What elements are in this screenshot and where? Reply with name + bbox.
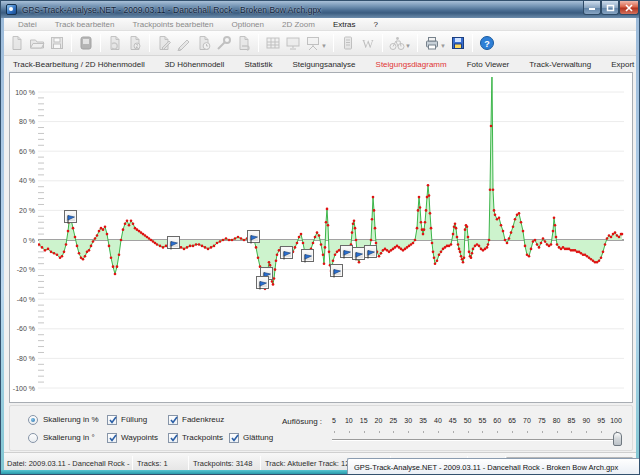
trackpoint-dot[interactable]	[488, 239, 491, 242]
trackpoint-dot[interactable]	[88, 249, 91, 252]
trackpoint-dot[interactable]	[498, 217, 501, 220]
trackpoint-dot[interactable]	[420, 221, 423, 224]
resolution-value-45[interactable]: 45	[449, 417, 457, 424]
trackpoint-dot[interactable]	[38, 243, 41, 246]
radio-scale-degrees[interactable]	[28, 433, 38, 443]
menu-item-track-bearbeiten[interactable]: Track bearbeiten	[46, 20, 124, 29]
menu-item-datei[interactable]: Datei	[9, 20, 46, 29]
trackpoint-dot[interactable]	[417, 209, 420, 212]
trackpoint-dot[interactable]	[512, 225, 515, 228]
trackpoint-dot[interactable]	[300, 233, 303, 236]
trackpoint-dot[interactable]	[67, 230, 70, 233]
trackpoint-dot[interactable]	[487, 243, 490, 246]
trackpoint-dot[interactable]	[90, 245, 93, 248]
trackpoint-dot[interactable]	[528, 255, 531, 258]
slope-chart-panel[interactable]: 100 %80 %60 %40 %20 %0 %-20 %-40 %-60 %-…	[9, 72, 633, 403]
trackpoint-dot[interactable]	[375, 242, 378, 245]
trackpoint-dot[interactable]	[98, 230, 101, 233]
trackpoint-dot[interactable]	[327, 224, 330, 227]
trackpoint-dot[interactable]	[322, 254, 325, 257]
resolution-value-95[interactable]: 95	[597, 417, 605, 424]
trackpoint-dot[interactable]	[296, 242, 299, 245]
trackpoint-dot[interactable]	[96, 234, 99, 237]
trackpoint-dot[interactable]	[326, 208, 329, 211]
trackpoint-dot[interactable]	[159, 245, 162, 248]
trackpoint-dot[interactable]	[332, 259, 335, 262]
trackpoint-dot[interactable]	[257, 256, 260, 259]
resolution-slider-thumb[interactable]	[613, 432, 622, 446]
maximize-button[interactable]	[601, 1, 619, 15]
trackpoint-dot[interactable]	[354, 227, 357, 230]
tab-3d-höhenmodell[interactable]: 3D Höhenmodell	[155, 60, 235, 69]
trackpoint-dot[interactable]	[219, 240, 222, 243]
menu-item-extras[interactable]: Extras	[324, 20, 365, 29]
trackpoint-dot[interactable]	[556, 243, 559, 246]
save-image-button[interactable]	[448, 33, 468, 53]
slope-chart[interactable]: 100 %80 %60 %40 %20 %0 %-20 %-40 %-60 %-…	[10, 73, 632, 402]
trackpoint-dot[interactable]	[106, 233, 109, 236]
trackpoint-dot[interactable]	[116, 265, 119, 268]
trackpoint-dot[interactable]	[162, 246, 165, 249]
trackpoint-dot[interactable]	[434, 262, 437, 265]
trackpoint-dot[interactable]	[462, 261, 465, 264]
resolution-value-35[interactable]: 35	[419, 417, 427, 424]
trackpoint-dot[interactable]	[418, 196, 421, 199]
resolution-value-85[interactable]: 85	[568, 417, 576, 424]
trackpoint-dot[interactable]	[56, 254, 59, 257]
trackpoint-dot[interactable]	[240, 237, 243, 240]
waypoint-marker[interactable]	[330, 264, 343, 277]
trackpoint-dot[interactable]	[424, 221, 427, 224]
trackpoint-dot[interactable]	[419, 206, 422, 209]
trackpoint-dot[interactable]	[427, 184, 430, 187]
checkbox-waypoints[interactable]	[107, 433, 117, 443]
checkbox-gl-ttung[interactable]	[229, 433, 239, 443]
trackpoint-dot[interactable]	[371, 218, 374, 221]
trackpoint-dot[interactable]	[438, 254, 441, 257]
tab-export[interactable]: Export	[601, 60, 640, 69]
trackpoint-dot[interactable]	[122, 228, 125, 231]
trackpoint-dot[interactable]	[472, 248, 475, 251]
radio-scale-percent[interactable]	[28, 415, 38, 425]
trackpoint-dot[interactable]	[210, 246, 213, 249]
trackpoint-dot[interactable]	[492, 188, 495, 191]
trackpoint-dot[interactable]	[490, 125, 493, 128]
trackpoint-dot[interactable]	[234, 237, 237, 240]
trackpoint-dot[interactable]	[534, 239, 537, 242]
trackpoint-dot[interactable]	[352, 222, 355, 225]
trackpoint-dot[interactable]	[124, 222, 127, 225]
trackpoint-dot[interactable]	[510, 231, 513, 234]
trackpoint-dot[interactable]	[355, 239, 358, 242]
trackpoint-dot[interactable]	[63, 251, 66, 254]
trackpoint-dot[interactable]	[222, 239, 225, 242]
trackpoint-dot[interactable]	[273, 277, 276, 280]
printer-button[interactable]	[422, 33, 442, 53]
trackpoint-dot[interactable]	[351, 231, 354, 234]
trackpoint-dot[interactable]	[489, 188, 492, 191]
menu-item-trackpoints-bearbeiten[interactable]: Trackpoints bearbeiten	[123, 20, 222, 29]
trackpoint-dot[interactable]	[272, 283, 275, 286]
resolution-value-65[interactable]: 65	[508, 417, 516, 424]
trackpoint-dot[interactable]	[50, 251, 53, 254]
trackpoint-dot[interactable]	[450, 243, 453, 246]
trackpoint-dot[interactable]	[268, 261, 271, 264]
trackpoint-dot[interactable]	[94, 237, 97, 240]
trackpoint-dot[interactable]	[428, 194, 431, 197]
menu-item-optionen[interactable]: Optionen	[223, 20, 273, 29]
trackpoint-dot[interactable]	[458, 248, 461, 251]
resolution-value-75[interactable]: 75	[538, 417, 546, 424]
trackpoint-dot[interactable]	[416, 227, 419, 230]
resolution-value-70[interactable]: 70	[523, 417, 531, 424]
trackpoint-dot[interactable]	[318, 234, 321, 237]
trackpoint-dot[interactable]	[606, 237, 609, 240]
trackpoint-dot[interactable]	[130, 219, 133, 222]
trackpoint-dot[interactable]	[110, 256, 113, 259]
trackpoint-dot[interactable]	[207, 248, 210, 251]
trackpoint-dot[interactable]	[275, 259, 278, 262]
trackpoint-dot[interactable]	[433, 256, 436, 259]
resolution-value-15[interactable]: 15	[360, 417, 368, 424]
trackpoint-dot[interactable]	[82, 258, 85, 261]
resolution-value-50[interactable]: 50	[464, 417, 472, 424]
trackpoint-dot[interactable]	[231, 239, 234, 242]
trackpoint-dot[interactable]	[274, 268, 277, 271]
trackpoint-dot[interactable]	[225, 237, 228, 240]
